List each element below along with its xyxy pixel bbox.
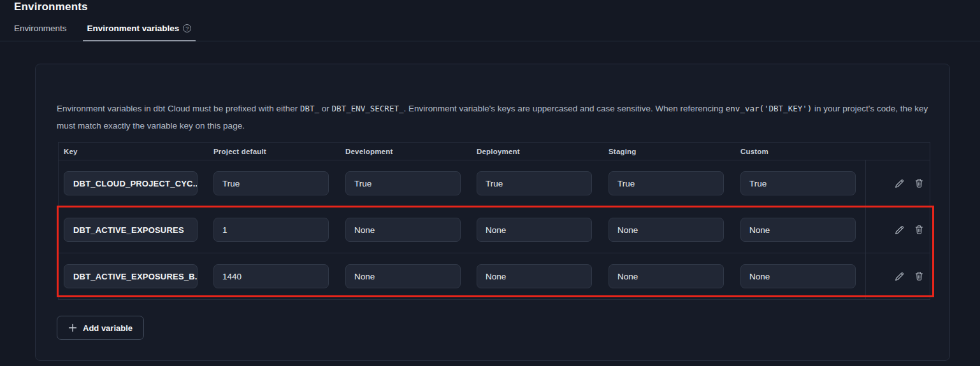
code-env-var-reference: env_var('DBT_KEY') [726, 104, 812, 113]
pencil-icon [894, 178, 905, 189]
variable-value-project-default: 1 [213, 218, 329, 242]
environment-variables-table: Key Project default Development Deployme… [58, 142, 930, 300]
delete-variable-button[interactable] [914, 178, 925, 189]
table-row: DBT_ACTIVE_EXPOSURES 1 None None None No… [59, 207, 930, 253]
description-part: . Environment variable's keys are upperc… [403, 104, 725, 113]
trash-icon [914, 178, 924, 188]
tab-bar: Environments Environment variables ? [0, 24, 980, 41]
trash-icon [914, 271, 924, 281]
delete-variable-button[interactable] [914, 271, 925, 282]
variable-value-deployment: True [477, 171, 592, 195]
trash-icon [914, 225, 924, 235]
plus-icon [68, 323, 77, 332]
tab-environment-variables[interactable]: Environment variables ? [83, 24, 196, 41]
description-text: Environment variables in dbt Cloud must … [57, 100, 935, 134]
pencil-icon [894, 225, 905, 236]
table-row: DBT_ACTIVE_EXPOSURES_B... 1440 None None… [59, 253, 930, 300]
row-actions [865, 253, 930, 299]
column-header-development: Development [345, 148, 477, 155]
variable-key: DBT_CLOUD_PROJECT_CYC... [64, 171, 198, 195]
page-title: Environments [14, 1, 88, 13]
edit-variable-button[interactable] [894, 271, 905, 282]
table-row: DBT_CLOUD_PROJECT_CYC... True True True … [59, 160, 930, 207]
add-variable-label: Add variable [83, 323, 133, 333]
variable-value-deployment: None [477, 264, 592, 288]
code-dbt-prefix: DBT_ [300, 104, 319, 113]
variable-value-staging: True [609, 171, 724, 195]
table-header-row: Key Project default Development Deployme… [59, 142, 930, 160]
variable-value-staging: None [609, 264, 724, 288]
variable-value-project-default: True [213, 171, 329, 195]
environments-page: Environments Environments Environment va… [0, 0, 980, 366]
variable-key: DBT_ACTIVE_EXPOSURES_B... [64, 264, 198, 288]
tab-environment-variables-label: Environment variables [87, 24, 180, 33]
environment-variables-card: Environment variables in dbt Cloud must … [35, 64, 950, 361]
column-header-project-default: Project default [213, 148, 345, 155]
variable-value-custom: None [740, 218, 856, 242]
row-actions [865, 160, 930, 206]
tab-environments[interactable]: Environments [10, 24, 71, 41]
column-header-custom: Custom [740, 148, 865, 155]
code-dbt-env-secret-prefix: DBT_ENV_SECRET_ [332, 104, 404, 113]
row-actions [865, 207, 930, 253]
column-header-staging: Staging [609, 148, 740, 155]
variable-value-project-default: 1440 [213, 264, 329, 288]
column-header-deployment: Deployment [477, 148, 609, 155]
variable-value-custom: None [740, 264, 856, 288]
variable-value-custom: True [740, 171, 856, 195]
edit-variable-button[interactable] [894, 178, 905, 189]
add-variable-button[interactable]: Add variable [57, 316, 144, 340]
tab-environments-label: Environments [14, 24, 67, 33]
description-part: or [319, 104, 332, 113]
variable-value-staging: None [609, 218, 724, 242]
description-part: Environment variables in dbt Cloud must … [57, 104, 300, 113]
variable-value-development: None [345, 264, 461, 288]
edit-variable-button[interactable] [894, 224, 905, 236]
pencil-icon [894, 271, 905, 282]
variable-value-deployment: None [477, 218, 592, 242]
variable-key: DBT_ACTIVE_EXPOSURES [64, 218, 198, 242]
help-icon[interactable]: ? [183, 24, 191, 32]
variable-value-development: None [345, 218, 461, 242]
delete-variable-button[interactable] [914, 224, 925, 236]
variable-value-development: True [345, 171, 461, 195]
column-header-key: Key [64, 148, 213, 155]
